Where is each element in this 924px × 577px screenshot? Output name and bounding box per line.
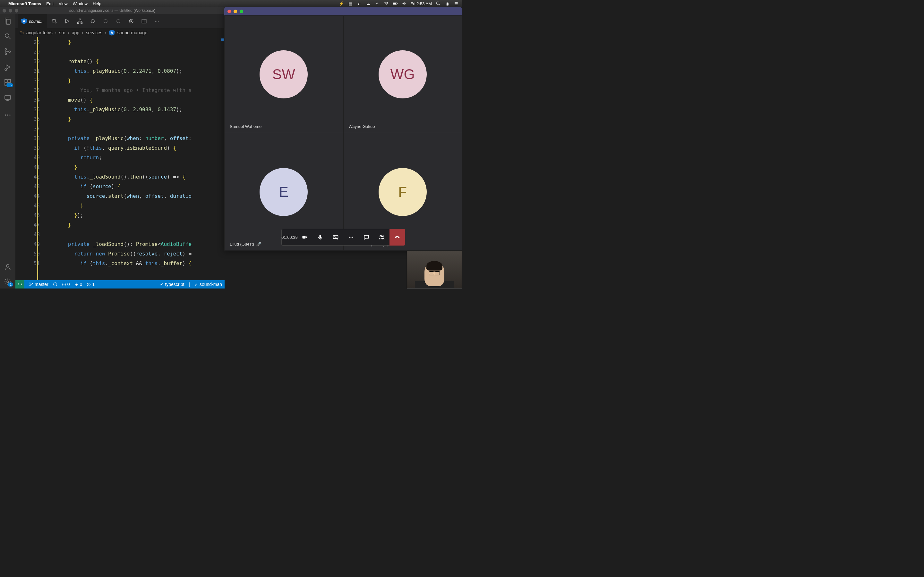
more-options-button[interactable]: [343, 229, 359, 245]
bc-item-4[interactable]: sound-manage: [118, 30, 147, 35]
code-line[interactable]: 47 }: [31, 220, 225, 229]
vscode-statusbar: master 0 0 1 ✓ typescript | ✓ sound-man: [15, 280, 225, 288]
minimize-icon[interactable]: [9, 9, 12, 13]
bc-item-3[interactable]: services: [86, 30, 102, 35]
svg-point-27: [52, 19, 53, 21]
code-line[interactable]: 49 private _loadSound(): Promise<AudioBu…: [31, 239, 225, 249]
info-indicator[interactable]: 1: [87, 282, 95, 287]
code-line[interactable]: 33 You, 7 months ago • Integrate with s: [31, 85, 225, 95]
participants-button[interactable]: [374, 229, 389, 245]
menubar-window[interactable]: Window: [73, 1, 87, 6]
editor-tab-sound-manager[interactable]: sound...: [18, 14, 47, 28]
deno-mode[interactable]: ✓ sound-man: [194, 282, 222, 287]
code-line[interactable]: 51 if (this._context && this._buffer) {: [31, 258, 225, 268]
dock-icon[interactable]: ▤: [348, 1, 353, 6]
code-line[interactable]: 28 }: [31, 37, 225, 47]
bluetooth-icon[interactable]: ⌖: [375, 1, 380, 6]
line-number: 47: [31, 222, 45, 228]
bc-item-1[interactable]: src: [59, 30, 65, 35]
avatar: E: [260, 168, 308, 216]
minimize-icon[interactable]: [234, 10, 237, 13]
code-line[interactable]: 30 rotate() {: [31, 56, 225, 66]
warnings-indicator[interactable]: 0: [74, 282, 82, 287]
code-line[interactable]: 36 }: [31, 114, 225, 124]
more-actions-icon[interactable]: [154, 18, 160, 24]
menubar-help[interactable]: Help: [93, 1, 102, 6]
self-video-preview[interactable]: [407, 251, 462, 288]
recording-indicator[interactable]: 01:00:39: [282, 229, 297, 245]
code-line[interactable]: 31 this._playMusic(0, 2.2471, 0.0807);: [31, 66, 225, 76]
vscode-titlebar[interactable]: sound-manager.service.ts — Untitled (Wor…: [0, 7, 225, 14]
maximize-icon[interactable]: [240, 10, 243, 13]
more-icon[interactable]: [3, 111, 12, 119]
git-compare-icon[interactable]: [51, 18, 57, 24]
run-icon[interactable]: [64, 18, 70, 24]
bc-item-2[interactable]: app: [72, 30, 79, 35]
bc-item-0[interactable]: angular-tetris: [26, 30, 53, 35]
code-line[interactable]: 48: [31, 229, 225, 239]
share-screen-button[interactable]: [328, 229, 343, 245]
explorer-icon[interactable]: [3, 17, 12, 25]
code-line[interactable]: 43 if (source) {: [31, 181, 225, 191]
code-line[interactable]: 38 private _playMusic(when: number, offs…: [31, 133, 225, 143]
battery-icon[interactable]: [393, 1, 398, 6]
menubar-clock[interactable]: Fri 2:53 AM: [411, 1, 432, 6]
angular-file-icon: [21, 18, 27, 24]
remote-indicator-icon[interactable]: [15, 280, 24, 288]
teams-titlebar[interactable]: [224, 7, 462, 15]
teams-traffic-lights[interactable]: [228, 10, 243, 13]
script-e-icon[interactable]: ℯ: [357, 1, 362, 6]
code-line[interactable]: 37: [31, 124, 225, 133]
errors-indicator[interactable]: 0: [62, 282, 70, 287]
code-line[interactable]: 29: [31, 47, 225, 56]
run-again-icon[interactable]: [128, 18, 134, 24]
chat-button[interactable]: [359, 229, 374, 245]
remote-explorer-icon[interactable]: [3, 93, 12, 102]
split-editor-icon[interactable]: [141, 18, 147, 24]
bolt-icon[interactable]: ⚡: [339, 1, 344, 6]
language-mode[interactable]: ✓ typescript: [160, 282, 184, 287]
participant-tile[interactable]: WG Wayne Gakuo: [343, 15, 462, 133]
code-line[interactable]: 40 return;: [31, 153, 225, 162]
code-line[interactable]: 45 }: [31, 201, 225, 210]
code-line[interactable]: 44 source.start(when, offset, duratio: [31, 191, 225, 201]
sync-icon[interactable]: [53, 282, 57, 287]
close-icon[interactable]: [228, 10, 231, 13]
participant-tile[interactable]: SW Samuel Wahome: [224, 15, 343, 133]
wifi-icon[interactable]: [384, 1, 389, 6]
close-icon[interactable]: [3, 9, 6, 13]
maximize-icon[interactable]: [15, 9, 18, 13]
spotlight-icon[interactable]: [436, 1, 441, 6]
code-line[interactable]: 46 });: [31, 210, 225, 220]
menubar-view[interactable]: View: [59, 1, 68, 6]
camera-toggle-button[interactable]: [297, 229, 312, 245]
code-line[interactable]: 42 this._loadSound().then((source) => {: [31, 172, 225, 181]
code-line[interactable]: 34 move() {: [31, 95, 225, 105]
git-branch-indicator[interactable]: master: [29, 282, 48, 287]
code-editor[interactable]: 28 }29 30 rotate() {31 this._playMusic(0…: [15, 37, 225, 280]
code-line[interactable]: 32 }: [31, 76, 225, 85]
hang-up-button[interactable]: [389, 229, 405, 245]
line-number: 34: [31, 97, 45, 103]
code-line[interactable]: 41 }: [31, 162, 225, 172]
menubar-edit[interactable]: Edit: [46, 1, 53, 6]
control-center-icon[interactable]: ☰: [454, 1, 459, 6]
source-control-icon[interactable]: [3, 47, 12, 56]
vscode-traffic-lights[interactable]: [3, 9, 18, 13]
code-line[interactable]: 35 this._playMusic(0, 2.9088, 0.1437);: [31, 105, 225, 114]
circle-back-icon[interactable]: [90, 18, 95, 24]
code-line[interactable]: 50 return new Promise((resolve, reject) …: [31, 249, 225, 258]
mic-toggle-button[interactable]: [312, 229, 328, 245]
hierarchy-icon[interactable]: [77, 18, 83, 24]
siri-icon[interactable]: ◉: [445, 1, 450, 6]
search-icon[interactable]: [3, 32, 12, 40]
code-line[interactable]: 39 if (!this._query.isEnableSound) {: [31, 143, 225, 153]
breadcrumb[interactable]: 🗀 angular-tetris › src › app › services …: [15, 28, 225, 37]
cloud-icon[interactable]: ☁: [366, 1, 371, 6]
mic-muted-icon: 🎤̸: [256, 242, 261, 247]
account-icon[interactable]: [3, 263, 12, 271]
call-duration: 01:00:39: [281, 235, 298, 240]
volume-icon[interactable]: [402, 1, 407, 6]
run-debug-icon[interactable]: [3, 63, 12, 71]
menubar-app-name[interactable]: Microsoft Teams: [8, 1, 41, 6]
